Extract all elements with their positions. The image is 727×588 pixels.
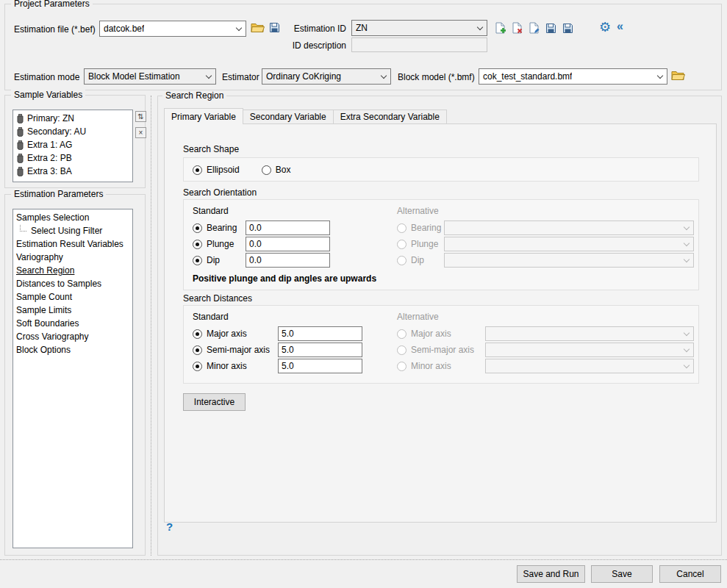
chevron-down-icon [680, 237, 693, 251]
save-estimation-id-button[interactable] [545, 22, 556, 34]
chevron-down-icon [202, 69, 215, 84]
list-item[interactable]: Extra 3: BA [13, 165, 132, 178]
estimation-file-value: datcok.bef [104, 24, 144, 34]
param-item-block-options[interactable]: Block Options [13, 343, 132, 356]
bearing-label: Bearing [207, 223, 237, 233]
param-item-cross-variography[interactable]: Cross Variography [13, 330, 132, 343]
floppy-disk-icon [545, 23, 556, 34]
semi-major-axis-input[interactable] [278, 343, 362, 357]
sample-variable-icon [16, 167, 24, 176]
tab-secondary-variable[interactable]: Secondary Variable [243, 110, 334, 123]
floppy-disk-icon [269, 22, 280, 33]
remove-variable-button[interactable]: × [135, 127, 146, 138]
search-region-title: Search Region [162, 90, 226, 101]
search-shape-box: Ellipsoid Box [183, 157, 699, 182]
block-model-label: Block model (*.bmf) [398, 72, 475, 82]
save-and-run-button[interactable]: Save and Run [517, 565, 585, 583]
search-orientation-box: Standard Alternative Bearing Plunge Dip … [183, 199, 699, 290]
estimation-id-combobox[interactable]: ZN [351, 20, 487, 36]
list-item[interactable]: Extra 1: AG [13, 138, 132, 151]
tab-extra-secondary-variable[interactable]: Extra Secondary Variable [333, 110, 447, 123]
major-axis-alternative-combobox [485, 326, 694, 341]
bearing-alternative-combobox [444, 220, 694, 235]
semi-major-axis-standard-radio[interactable] [193, 345, 202, 355]
param-item-soft-boundaries[interactable]: Soft Boundaries [13, 317, 132, 330]
cancel-button[interactable]: Cancel [659, 565, 721, 583]
semi-major-axis-label: Semi-major axis [207, 345, 270, 355]
save-as-estimation-id-button[interactable] [562, 22, 573, 34]
chevron-down-icon [680, 359, 693, 373]
chevron-down-icon [680, 221, 693, 234]
orientation-note: Positive plunge and dip angles are upwar… [193, 273, 376, 284]
standard-heading: Standard [193, 206, 229, 216]
ellipsoid-radio[interactable] [193, 165, 202, 175]
save-estimation-file-button[interactable] [269, 22, 280, 33]
settings-gear-button[interactable]: ⚙ [599, 19, 611, 35]
help-icon[interactable]: ? [166, 520, 173, 533]
reorder-variables-button[interactable]: ⇅ [135, 111, 146, 122]
floppy-disk-icon [562, 23, 573, 34]
sample-variables-title: Sample Variables [11, 90, 85, 100]
block-model-combobox[interactable]: cok_test_standard.bmf [479, 68, 667, 85]
estimation-file-combobox[interactable]: datcok.bef [99, 21, 246, 37]
minor-axis-alternative-label: Minor axis [411, 361, 451, 371]
minor-axis-input[interactable] [278, 359, 362, 373]
vertical-splitter[interactable] [151, 96, 151, 556]
id-description-label: ID description [287, 40, 346, 51]
standard-heading: Standard [193, 312, 229, 322]
open-block-model-button[interactable] [671, 70, 685, 81]
list-item[interactable]: Secondary: AU [13, 125, 132, 138]
minor-axis-label: Minor axis [207, 361, 247, 371]
dip-label: Dip [207, 255, 220, 265]
param-item-samples-selection[interactable]: Samples Selection [13, 211, 132, 224]
param-item-search-region[interactable]: Search Region [13, 264, 132, 277]
estimator-value: Ordinary CoKriging [266, 71, 341, 82]
folder-icon [671, 70, 685, 81]
open-estimation-file-button[interactable] [251, 22, 265, 33]
search-distances-box: Standard Alternative Major axis Semi-maj… [183, 305, 699, 384]
param-item-estimation-result-variables[interactable]: Estimation Result Variables [13, 237, 132, 251]
dip-standard-radio[interactable] [193, 256, 202, 265]
chevron-down-icon [653, 69, 667, 84]
list-item[interactable]: Primary: ZN [13, 112, 132, 125]
save-button[interactable]: Save [591, 565, 653, 583]
major-axis-input[interactable] [278, 326, 362, 341]
edit-document-icon [529, 22, 540, 34]
horizontal-splitter[interactable] [0, 559, 727, 560]
rename-estimation-id-button[interactable] [529, 22, 540, 34]
minor-axis-alternative-combobox [485, 359, 694, 373]
collapse-panel-button[interactable]: « [617, 20, 623, 33]
major-axis-label: Major axis [207, 329, 247, 339]
semi-major-axis-alternative-radio [397, 345, 407, 355]
plunge-standard-radio[interactable] [193, 240, 202, 249]
param-item-select-using-filter[interactable]: Select Using Filter [13, 224, 132, 237]
param-item-distances-to-samples[interactable]: Distances to Samples [13, 277, 132, 290]
sample-variable-icon [16, 114, 24, 123]
param-item-sample-limits[interactable]: Sample Limits [13, 304, 132, 317]
bearing-standard-radio[interactable] [193, 223, 202, 233]
plunge-input[interactable] [246, 237, 330, 251]
new-estimation-id-button[interactable] [495, 22, 506, 34]
box-label: Box [276, 165, 291, 175]
estimator-combobox[interactable]: Ordinary CoKriging [262, 68, 391, 85]
dip-alternative-label: Dip [411, 255, 424, 265]
estimation-mode-combobox[interactable]: Block Model Estimation [84, 68, 216, 85]
dip-input[interactable] [246, 253, 330, 268]
up-down-arrows-icon: ⇅ [137, 112, 143, 121]
list-item[interactable]: Extra 2: PB [13, 151, 132, 165]
bearing-input[interactable] [246, 220, 330, 235]
chevron-down-icon [473, 21, 487, 35]
tree-connector [20, 225, 26, 232]
estimation-id-label: Estimation ID [292, 24, 346, 34]
param-item-variography[interactable]: Variography [13, 251, 132, 264]
tab-primary-variable[interactable]: Primary Variable [164, 108, 243, 124]
chevron-down-icon [680, 254, 693, 267]
delete-estimation-id-button[interactable] [512, 22, 523, 34]
box-radio[interactable] [262, 165, 271, 175]
minor-axis-standard-radio[interactable] [193, 362, 202, 371]
param-item-sample-count[interactable]: Sample Count [13, 290, 132, 304]
interactive-button[interactable]: Interactive [183, 393, 246, 411]
estimation-parameters-group: Estimation Parameters Samples Selection … [4, 194, 146, 556]
project-parameters-title: Project Parameters [11, 0, 93, 9]
major-axis-standard-radio[interactable] [193, 329, 202, 339]
